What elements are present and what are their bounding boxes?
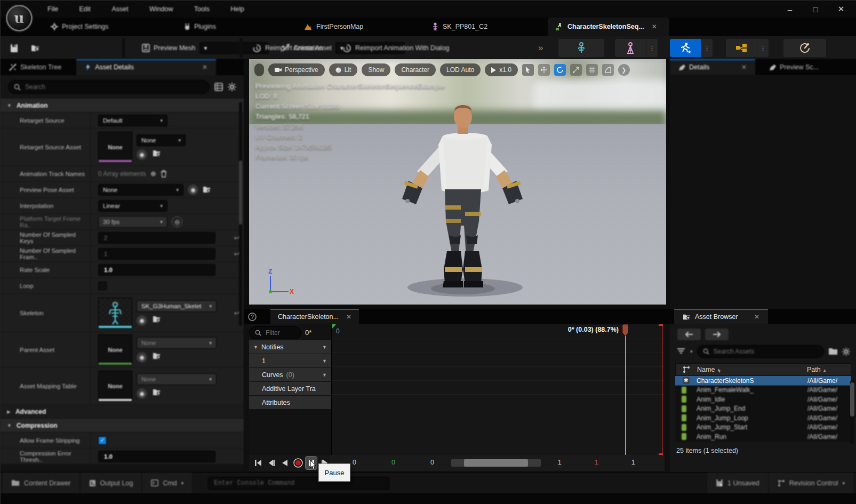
playback-end-value[interactable]: 1 bbox=[595, 459, 598, 467]
platform-target-dropdown[interactable]: 30 fps▾ bbox=[98, 216, 167, 228]
asset-row[interactable]: Anim_Jump_Loop /All/Game/ bbox=[675, 413, 851, 423]
chevron-down-icon[interactable]: ▾ bbox=[690, 349, 693, 354]
range-start-value[interactable]: 0 bbox=[353, 459, 356, 467]
timeline-scrollbar[interactable] bbox=[451, 459, 541, 467]
project-settings-button[interactable]: Project Settings bbox=[43, 18, 116, 36]
track-notifies[interactable]: ▼ Notifies ▼ bbox=[249, 340, 331, 354]
parent-asset-thumbnail[interactable]: None bbox=[98, 334, 132, 365]
menu-help[interactable]: Help bbox=[221, 1, 254, 18]
chevron-down-icon[interactable]: ▼ bbox=[322, 345, 327, 350]
save-button[interactable] bbox=[5, 39, 23, 57]
asset-mapping-dropdown[interactable]: None▾ bbox=[137, 373, 217, 385]
playhead-line[interactable] bbox=[625, 324, 626, 455]
output-log-button[interactable]: Output Log bbox=[81, 473, 142, 494]
retarget-source-dropdown[interactable]: Default▾ bbox=[98, 115, 167, 126]
asset-row[interactable]: Anim_Jump_End /All/Game/ bbox=[675, 404, 851, 414]
retarget-source-asset-thumbnail[interactable]: None bbox=[98, 132, 132, 163]
playhead-marker[interactable] bbox=[622, 324, 628, 336]
menu-tools[interactable]: Tools bbox=[185, 1, 219, 18]
playback-start-value[interactable]: 0 bbox=[391, 459, 395, 467]
asset-list-scrollbar[interactable] bbox=[850, 380, 854, 444]
preview-viewport[interactable]: Perspective Lit Show Character LOD Auto … bbox=[249, 59, 666, 305]
tab-asset-details[interactable]: Asset Details ✕ bbox=[76, 59, 216, 75]
allow-frame-stripping-checkbox[interactable]: ✓ bbox=[98, 436, 107, 445]
revision-control-icon[interactable] bbox=[683, 366, 690, 373]
tab-asset-browser[interactable]: Asset Browser ✕ bbox=[674, 309, 768, 324]
maximize-button[interactable]: □ bbox=[806, 2, 825, 16]
skeleton-thumbnail[interactable] bbox=[98, 298, 132, 329]
menu-edit[interactable]: Edit bbox=[70, 1, 101, 18]
asset-row[interactable]: Anim_Jump_Start /All/Game/ bbox=[675, 423, 851, 433]
lit-dropdown[interactable]: Lit bbox=[329, 63, 358, 76]
to-front-button[interactable] bbox=[252, 457, 263, 469]
filter-icon[interactable] bbox=[677, 348, 686, 355]
range-end-value[interactable]: 1 bbox=[558, 459, 562, 467]
asset-row[interactable]: Anim_Idle /All/Game/ bbox=[675, 395, 851, 404]
move-tool-icon[interactable] bbox=[538, 64, 550, 76]
scale-tool-icon[interactable] bbox=[570, 64, 582, 76]
minimize-button[interactable]: – bbox=[781, 2, 799, 16]
parent-asset-dropdown[interactable]: None▾ bbox=[137, 337, 217, 349]
timeline-track-area[interactable]: 0 0* (0.03) (88.7%) bbox=[331, 324, 665, 455]
compression-error-field[interactable]: 1.0 bbox=[98, 451, 215, 462]
add-element-icon[interactable]: ⊕ bbox=[150, 170, 156, 178]
section-advanced[interactable]: ▶Advanced bbox=[1, 405, 244, 419]
gear-icon[interactable] bbox=[842, 348, 850, 356]
toolbar-overflow[interactable]: » bbox=[538, 36, 543, 60]
interpolation-dropdown[interactable]: Linear▾ bbox=[98, 200, 167, 212]
total-frames-value[interactable]: 1 bbox=[631, 459, 635, 467]
tab-timeline-characterskeleton[interactable]: CharacterSkeleton... ✕ bbox=[270, 309, 359, 324]
preview-pose-asset-dropdown[interactable]: None▾ bbox=[98, 184, 183, 196]
column-path[interactable]: Path ▲ bbox=[807, 366, 851, 373]
help-icon[interactable]: ? bbox=[248, 313, 257, 321]
menu-window[interactable]: Window bbox=[140, 1, 182, 18]
use-selected-icon[interactable]: ◉ bbox=[137, 315, 147, 326]
rotate-tool-icon[interactable] bbox=[554, 64, 566, 76]
tab-close-icon[interactable]: ✕ bbox=[754, 313, 759, 321]
tab-sk-pp801-c2[interactable]: SK_PP801_C2 bbox=[425, 18, 495, 36]
asset-row[interactable]: Anim_FemaleWalk_ /All/Game/ bbox=[675, 386, 851, 395]
tab-firstpersonmap[interactable]: FirstPersonMap bbox=[297, 18, 371, 36]
tab-preview-scene[interactable]: Preview Sc... bbox=[761, 59, 827, 75]
asset-row-selected[interactable]: ✱ CharacterSkeletonS /All/Game/ bbox=[675, 376, 851, 386]
pause-button[interactable] bbox=[306, 457, 317, 469]
lod-dropdown[interactable]: LOD Auto bbox=[440, 63, 481, 76]
skeleton-dropdown[interactable]: SK_G3Human_Skelet▾ bbox=[137, 300, 217, 312]
reimport-animation-button[interactable]: Reimport Animation bbox=[247, 39, 329, 57]
rate-scale-field[interactable]: 1.0 bbox=[98, 264, 215, 276]
tab-close-icon[interactable]: ✕ bbox=[346, 313, 351, 321]
chevron-down-icon[interactable]: ▼ bbox=[322, 372, 327, 378]
step-backward-button[interactable] bbox=[266, 457, 277, 469]
select-tool-icon[interactable] bbox=[522, 64, 534, 76]
animation-mode-kebab[interactable]: ⋮ bbox=[701, 39, 713, 57]
folder-icon[interactable] bbox=[828, 348, 838, 355]
menu-asset[interactable]: Asset bbox=[102, 1, 138, 18]
tab-close-icon[interactable]: ✕ bbox=[741, 63, 747, 71]
track-attributes[interactable]: Attributes bbox=[249, 396, 331, 409]
track-additive-layer[interactable]: Additive Layer Tra bbox=[249, 382, 331, 395]
browse-to-icon[interactable] bbox=[153, 315, 162, 323]
use-selected-icon[interactable]: ◉ bbox=[137, 149, 147, 160]
physics-mode-button[interactable] bbox=[783, 39, 826, 57]
browse-to-icon[interactable] bbox=[203, 186, 212, 194]
section-animation[interactable]: ▼Animation bbox=[1, 99, 244, 113]
mesh-mode-kebab[interactable]: ⋮ bbox=[646, 39, 658, 57]
blueprint-mode-button[interactable] bbox=[726, 39, 757, 57]
current-frame-value[interactable]: 0 bbox=[430, 459, 434, 467]
target-icon[interactable]: ◎ bbox=[172, 217, 182, 227]
tab-characterskeletonseq[interactable]: CharacterSkeletonSeq... ✕ bbox=[548, 18, 669, 36]
blueprint-mode-kebab[interactable]: ⋮ bbox=[757, 39, 769, 57]
gear-icon[interactable] bbox=[228, 83, 236, 91]
rotation-snap-icon[interactable] bbox=[602, 64, 614, 76]
reimport-animation-dialog-button[interactable]: Reimport Animation With Dialog bbox=[337, 39, 454, 57]
revision-control-button[interactable]: Revision Control▾ bbox=[769, 473, 853, 494]
close-button[interactable]: ✕ bbox=[832, 2, 850, 16]
retarget-source-asset-dropdown[interactable]: None▾ bbox=[137, 134, 186, 146]
console-command-input[interactable]: Enter Console Command bbox=[208, 477, 389, 490]
browse-to-icon[interactable] bbox=[153, 149, 162, 157]
use-selected-icon[interactable]: ◉ bbox=[188, 185, 198, 195]
chevron-down-icon[interactable]: ▼ bbox=[322, 358, 327, 364]
mesh-mode-button[interactable] bbox=[615, 39, 646, 57]
browse-to-icon[interactable] bbox=[153, 352, 162, 360]
record-button[interactable] bbox=[292, 457, 303, 469]
